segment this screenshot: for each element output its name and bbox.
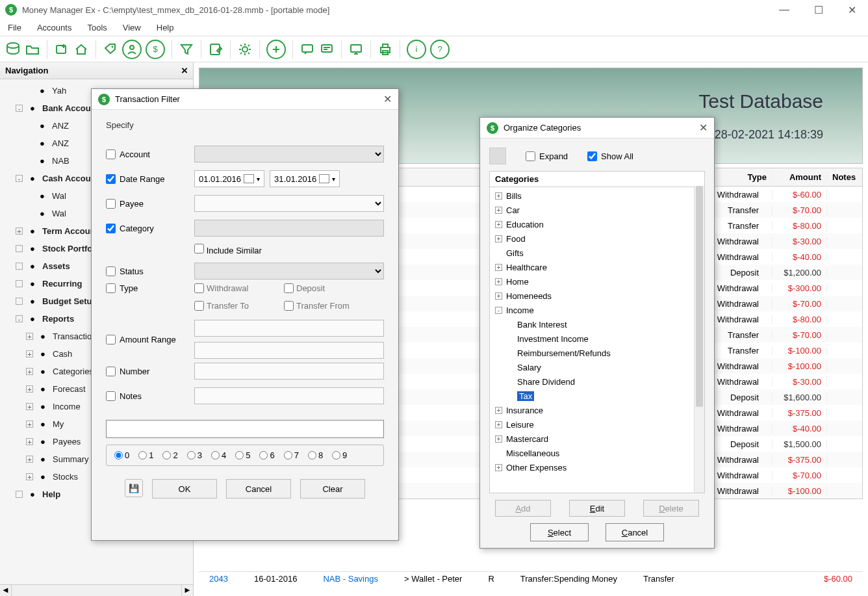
oc-edit-button[interactable]: Edit [569, 500, 625, 517]
settings-icon[interactable] [237, 42, 253, 57]
print-icon[interactable] [377, 42, 393, 57]
tf-type-check[interactable]: Type [106, 283, 190, 293]
category-item[interactable]: +Leisure [490, 417, 704, 432]
edit-icon[interactable] [208, 42, 223, 57]
category-item[interactable]: +Insurance [490, 403, 704, 417]
chat-icon[interactable] [300, 42, 315, 57]
category-item[interactable]: +Other Expenses [490, 460, 704, 474]
chat2-icon[interactable] [319, 42, 335, 57]
category-item[interactable]: Salary [490, 360, 704, 374]
tf-account-check[interactable]: Account [106, 149, 190, 159]
filter-icon[interactable] [179, 42, 194, 57]
category-item[interactable]: Reimbursement/Refunds [490, 346, 704, 360]
tf-radio-5[interactable]: 5 [235, 450, 250, 460]
help-icon[interactable]: ? [430, 40, 450, 59]
category-item[interactable]: Investment Income [490, 331, 704, 346]
tf-radio-6[interactable]: 6 [259, 450, 274, 460]
tf-withdrawal[interactable]: Withdrawal [194, 283, 272, 293]
db-icon[interactable] [5, 42, 21, 57]
tf-category-input[interactable] [194, 220, 384, 237]
category-item[interactable]: -Income [490, 303, 704, 317]
info-icon[interactable]: i [407, 40, 426, 59]
tf-radio-7[interactable]: 7 [284, 450, 299, 460]
tf-deposit[interactable]: Deposit [284, 283, 362, 293]
category-item[interactable]: +Mastercard [490, 432, 704, 446]
oc-close-icon[interactable]: ✕ [699, 122, 708, 134]
tf-radio-1[interactable]: 1 [138, 450, 153, 460]
col-amount[interactable]: Amount [772, 172, 827, 182]
tf-amount-from[interactable] [194, 320, 384, 337]
tf-cancel-button[interactable]: Cancel [226, 479, 291, 499]
tf-radio-2[interactable]: 2 [162, 450, 177, 460]
tf-filter-name[interactable] [106, 420, 384, 438]
oc-add-button[interactable]: Add [495, 500, 551, 517]
category-item[interactable]: +Home [490, 274, 704, 289]
close-button[interactable]: ✕ [841, 1, 863, 19]
tf-payee-select[interactable] [194, 195, 384, 212]
category-item[interactable]: +Education [490, 217, 704, 231]
tf-number-check[interactable]: Number [106, 367, 190, 376]
minimize-button[interactable]: — [772, 1, 796, 19]
menu-help[interactable]: Help [157, 23, 174, 32]
payee-icon[interactable] [122, 40, 142, 59]
tf-category-check[interactable]: Category [106, 224, 190, 233]
tf-radio-9[interactable]: 9 [332, 450, 347, 460]
tf-include-similar[interactable]: Include Similar [194, 244, 262, 255]
oc-cancel-button[interactable]: Cancel [606, 523, 664, 541]
tf-amount-to[interactable] [194, 342, 384, 359]
tf-save-icon[interactable]: 💾 [125, 479, 143, 497]
tf-ok-button[interactable]: OK [152, 479, 217, 499]
oc-expand-check[interactable]: Expand [526, 151, 568, 161]
menu-tools[interactable]: Tools [87, 23, 107, 32]
tf-radio-8[interactable]: 8 [308, 450, 323, 460]
oc-tree-icon[interactable] [489, 148, 506, 164]
nav-scrollbar[interactable]: ◄► [0, 584, 193, 596]
category-item[interactable]: Miscellaneous [490, 446, 704, 460]
tf-number-input[interactable] [194, 363, 384, 380]
folder-icon[interactable] [25, 42, 40, 57]
currency-icon[interactable]: $ [146, 40, 165, 59]
new-account-icon[interactable] [54, 42, 70, 57]
tf-date-to[interactable]: 31.01.2016▾ [270, 170, 340, 187]
tf-payee-check[interactable]: Payee [106, 199, 190, 209]
tf-notes-input[interactable] [194, 387, 384, 404]
add-transaction-icon[interactable] [266, 40, 286, 59]
tf-clear-button[interactable]: Clear [300, 479, 365, 499]
category-item[interactable]: +Bills [490, 188, 704, 203]
tf-radio-3[interactable]: 3 [187, 450, 202, 460]
tf-close-icon[interactable]: ✕ [383, 93, 392, 105]
oc-scrollbar[interactable] [694, 186, 704, 493]
category-item[interactable]: +Food [490, 231, 704, 246]
tf-transfer-from[interactable]: Transfer From [284, 301, 362, 311]
tf-account-select[interactable] [194, 146, 384, 162]
tf-amount-check[interactable]: Amount Range [106, 335, 190, 344]
menu-view[interactable]: View [123, 23, 141, 32]
nav-close-icon[interactable]: × [181, 64, 188, 77]
oc-select-button[interactable]: Select [530, 523, 589, 541]
oc-delete-button[interactable]: Delete [643, 500, 699, 517]
category-item[interactable]: +Healthcare [490, 260, 704, 274]
svg-text:$: $ [153, 44, 158, 54]
oc-header[interactable]: Categories [490, 172, 704, 187]
monitor-icon[interactable] [348, 42, 364, 57]
oc-showall-check[interactable]: Show All [587, 151, 633, 161]
tf-status-check[interactable]: Status [106, 266, 190, 276]
tf-notes-check[interactable]: Notes [106, 391, 190, 401]
tf-transfer-to[interactable]: Transfer To [194, 301, 272, 311]
category-item[interactable]: Bank Interest [490, 317, 704, 331]
tf-radio-0[interactable]: 0 [114, 450, 129, 460]
menu-accounts[interactable]: Accounts [37, 23, 71, 32]
tf-date-from[interactable]: 01.01.2016▾ [194, 170, 264, 187]
category-item[interactable]: +Car [490, 203, 704, 217]
category-item[interactable]: Gifts [490, 246, 704, 260]
category-item[interactable]: Share Dividend [490, 374, 704, 389]
menu-file[interactable]: File [8, 23, 21, 32]
category-item[interactable]: Tax [490, 389, 704, 403]
tf-status-select[interactable] [194, 263, 384, 279]
tf-radio-4[interactable]: 4 [211, 450, 226, 460]
maximize-button[interactable]: ☐ [808, 1, 830, 19]
category-item[interactable]: +Homeneeds [490, 289, 704, 303]
tag-icon[interactable] [103, 42, 118, 57]
home-icon[interactable] [73, 42, 89, 57]
tf-daterange-check[interactable]: Date Range [106, 174, 190, 184]
